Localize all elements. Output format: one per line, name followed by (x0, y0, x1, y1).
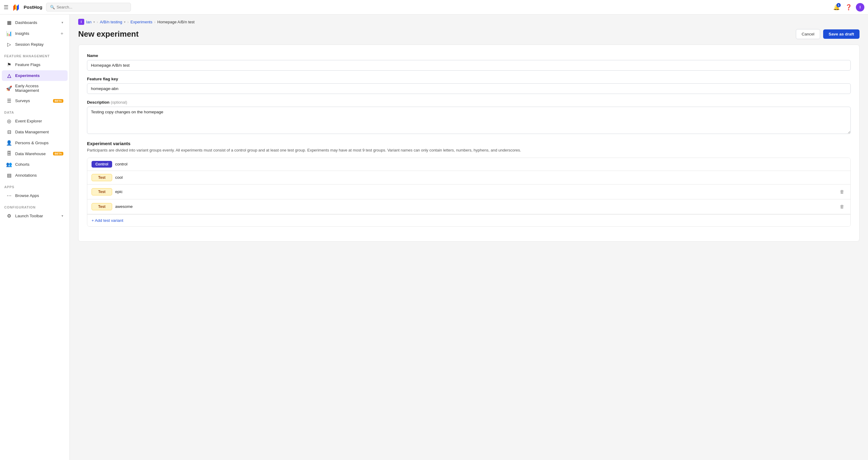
test-tag-1: Test (92, 174, 112, 181)
description-textarea[interactable] (87, 107, 851, 134)
variants-title: Experiment variants (87, 141, 851, 146)
sidebar-item-label: Session Replay (15, 42, 63, 47)
delete-variant-3-button[interactable]: 🗑 (838, 203, 846, 211)
section-feature-management: FEATURE MANAGEMENT (0, 50, 69, 59)
topnav: ☰ PostHog 🔍 🔔 1 ❓ I (0, 0, 868, 14)
insights-icon: 📊 (6, 31, 12, 36)
sidebar-item-data-warehouse[interactable]: 🗄 Data Warehouse BETA (2, 149, 68, 159)
variant-test-3-input[interactable] (115, 204, 835, 209)
description-group: Description(optional) (87, 100, 851, 135)
sidebar-item-event-explorer[interactable]: ◎ Event Explorer (2, 116, 68, 126)
experiments-icon: △ (6, 73, 12, 79)
variant-test-1-input[interactable] (115, 175, 846, 180)
breadcrumb-chevron-2: › (127, 20, 128, 24)
variant-test-2-input[interactable] (115, 189, 835, 194)
search-bar[interactable]: 🔍 (46, 3, 131, 11)
sidebar-item-label: Launch Toolbar (15, 214, 59, 218)
save-draft-button[interactable]: Save as draft (823, 29, 860, 39)
sidebar-item-cohorts[interactable]: 👥 Cohorts (2, 159, 68, 170)
beta-badge: BETA (53, 99, 63, 103)
menu-icon[interactable]: ☰ (4, 4, 8, 10)
sidebar-item-persons-groups[interactable]: 👤 Persons & Groups (2, 137, 68, 148)
breadcrumb-chevron-3: › (154, 20, 155, 24)
sidebar-item-data-management[interactable]: ⊟ Data Management (2, 127, 68, 137)
notification-badge: 1 (836, 3, 841, 7)
page-title: New experiment (78, 29, 138, 39)
variants-desc: Participants are divided into variant gr… (87, 147, 851, 153)
add-variant-label: + Add test variant (92, 218, 123, 223)
add-icon[interactable]: + (61, 31, 63, 36)
data-management-icon: ⊟ (6, 129, 12, 135)
chevron-down-icon: ▾ (62, 214, 63, 218)
breadcrumb-section-link[interactable]: A/B/n testing (100, 20, 122, 24)
sidebar-item-label: Feature Flags (15, 62, 63, 67)
variants-group: Experiment variants Participants are div… (87, 141, 851, 227)
variant-control-input[interactable] (115, 162, 846, 166)
sidebar-item-feature-flags[interactable]: ⚑ Feature Flags (2, 59, 68, 70)
section-configuration: CONFIGURATION (0, 201, 69, 210)
main-content: I Ian ▾ › A/B/n testing ▾ › Experiments … (70, 14, 868, 460)
dashboards-icon: ▦ (6, 20, 12, 26)
test-tag-3: Test (92, 203, 112, 210)
search-input[interactable] (57, 5, 127, 9)
sidebar-item-surveys[interactable]: ☰ Surveys BETA (2, 95, 68, 106)
persons-groups-icon: 👤 (6, 140, 12, 146)
sidebar-item-dashboards[interactable]: ▦ Dashboards ▾ (2, 17, 68, 28)
annotations-icon: ▤ (6, 173, 12, 178)
sidebar-item-browse-apps[interactable]: ⋯ Browse Apps (2, 190, 68, 201)
session-replay-icon: ▷ (6, 41, 12, 47)
feature-flags-icon: ⚑ (6, 62, 12, 68)
breadcrumb-current: Homepage A/B/n test (157, 20, 194, 24)
sidebar-item-session-replay[interactable]: ▷ Session Replay (2, 39, 68, 50)
sidebar-item-label: Early Access Management (15, 84, 63, 93)
variant-row-test-1: Test (87, 171, 850, 185)
variants-list: Control Test Test 🗑 (87, 158, 851, 227)
name-input[interactable] (87, 60, 851, 71)
chevron-down-icon: ▾ (62, 21, 63, 25)
page-header-actions: Cancel Save as draft (796, 29, 860, 39)
launch-toolbar-icon: ⚙ (6, 213, 12, 219)
avatar[interactable]: I (856, 3, 864, 11)
breadcrumb-sep-1: ▾ (93, 20, 95, 24)
name-label: Name (87, 53, 851, 58)
surveys-icon: ☰ (6, 98, 12, 104)
test-tag-2: Test (92, 188, 112, 195)
sidebar-item-label: Annotations (15, 173, 63, 178)
flag-key-input[interactable] (87, 83, 851, 94)
sidebar-item-launch-toolbar[interactable]: ⚙ Launch Toolbar ▾ (2, 211, 68, 221)
sidebar-item-label: Persons & Groups (15, 141, 63, 145)
sidebar-item-label: Event Explorer (15, 119, 63, 123)
cancel-button[interactable]: Cancel (796, 29, 820, 39)
section-data: DATA (0, 106, 69, 116)
logo: PostHog (12, 2, 42, 12)
layout: ▦ Dashboards ▾ 📊 Insights + ▷ Session Re… (0, 14, 868, 460)
name-group: Name (87, 53, 851, 71)
posthog-logo-icon (12, 2, 22, 12)
beta-badge: BETA (53, 152, 63, 155)
sidebar-item-experiments[interactable]: △ Experiments (2, 70, 68, 81)
variant-row-test-3: Test 🗑 (87, 200, 850, 214)
help-button[interactable]: ❓ (844, 2, 854, 12)
browse-apps-icon: ⋯ (6, 193, 12, 198)
early-access-icon: 🚀 (6, 86, 12, 91)
breadcrumb-user-link[interactable]: Ian (86, 20, 92, 24)
breadcrumb-chevron-1: › (97, 20, 98, 24)
topnav-right: 🔔 1 ❓ I (832, 2, 864, 12)
variant-row-test-2: Test 🗑 (87, 185, 850, 200)
sidebar-item-label: Data Management (15, 130, 63, 134)
sidebar-item-annotations[interactable]: ▤ Annotations (2, 170, 68, 181)
description-label: Description(optional) (87, 100, 851, 104)
add-variant-button[interactable]: + Add test variant (87, 214, 850, 226)
sidebar-item-insights[interactable]: 📊 Insights + (2, 28, 68, 39)
sidebar-item-early-access[interactable]: 🚀 Early Access Management (2, 81, 68, 95)
data-warehouse-icon: 🗄 (6, 151, 12, 156)
flag-key-group: Feature flag key (87, 77, 851, 94)
sidebar-item-label: Dashboards (15, 20, 59, 25)
breadcrumb-experiments-link[interactable]: Experiments (130, 20, 152, 24)
section-apps: APPS (0, 181, 69, 190)
notifications-button[interactable]: 🔔 1 (832, 2, 841, 12)
experiment-form: Name Feature flag key Description(option… (78, 44, 860, 242)
page-header: New experiment Cancel Save as draft (70, 26, 868, 44)
delete-variant-2-button[interactable]: 🗑 (838, 188, 846, 196)
sidebar-item-label: Data Warehouse (15, 152, 49, 156)
